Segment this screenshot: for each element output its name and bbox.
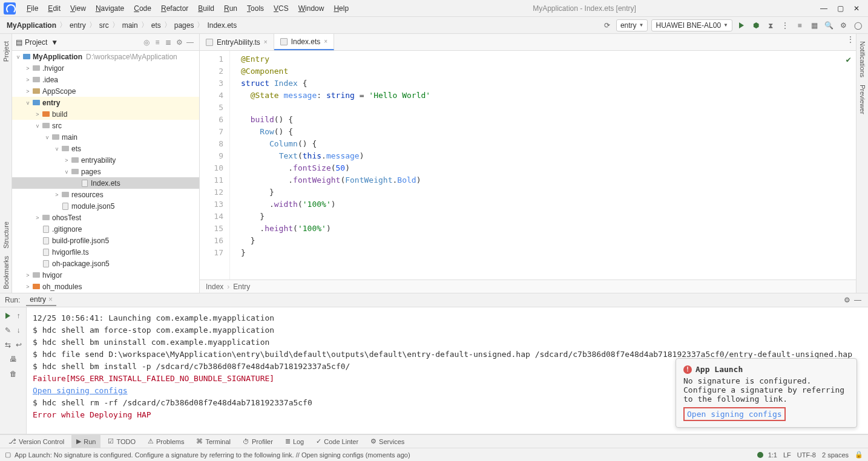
run-icon[interactable] — [736, 20, 747, 31]
code-editor[interactable]: 1234567891011121314151617 @Entry@Compone… — [200, 51, 856, 280]
sidebar-tab-structure[interactable]: Structure — [2, 218, 10, 252]
stop-icon[interactable]: ■ — [794, 20, 805, 31]
tree-item-AppScope[interactable]: >AppScope — [12, 85, 199, 97]
console-output[interactable]: 12/25 10:56:41: Launching com.example.my… — [27, 307, 868, 434]
tree-item-hvigorfile.ts[interactable]: hvigorfile.ts — [12, 246, 199, 258]
bottom-tab-profiler[interactable]: ⏱Profiler — [238, 435, 278, 448]
status-lock-icon[interactable]: 🔒 — [855, 451, 863, 459]
crumb-2[interactable]: src — [97, 21, 111, 30]
crumb-5[interactable]: pages — [173, 21, 196, 30]
tree-item-oh_modules[interactable]: >oh_modules — [12, 281, 199, 292]
menu-vcs[interactable]: VCS — [269, 4, 294, 13]
tree-item-module.json5[interactable]: module.json5 — [12, 200, 199, 212]
editor-more-icon[interactable]: ⋮ — [845, 34, 856, 45]
bottom-tab-code-linter[interactable]: ✓Code Linter — [311, 435, 363, 448]
tree-item-.hvigor[interactable]: >.hvigor — [12, 62, 199, 74]
breadcrumb[interactable]: MyApplication〉entry〉src〉main〉ets〉pages〉I… — [5, 20, 238, 30]
tree-item-build[interactable]: >build — [12, 108, 199, 120]
bottom-tab-todo[interactable]: ☑TODO — [103, 435, 140, 448]
down-icon[interactable]: ↓ — [14, 325, 24, 335]
sidebar-tab-previewer[interactable]: Previewer — [859, 81, 866, 118]
tree-item-ets[interactable]: vets — [12, 143, 199, 154]
bottom-tab-services[interactable]: ⚙Services — [366, 435, 409, 448]
tree-item-src[interactable]: vsrc — [12, 120, 199, 131]
bottom-tab-run[interactable]: ▶Run — [71, 435, 100, 448]
run-config-combo[interactable]: entry▼ — [616, 19, 648, 31]
sidebar-tab-project[interactable]: Project — [2, 38, 10, 65]
code-crumb-1[interactable]: Entry — [233, 283, 250, 291]
panel-view-combo[interactable]: ▼ — [51, 38, 58, 47]
menu-edit[interactable]: Edit — [43, 4, 65, 13]
menu-build[interactable]: Build — [193, 4, 219, 13]
menu-help[interactable]: Help — [329, 4, 353, 13]
tree-item-pages[interactable]: vpages — [12, 166, 199, 177]
tree-item-entryability[interactable]: >entryability — [12, 154, 199, 166]
tree-item-oh-package.json5[interactable]: oh-package.json5 — [12, 258, 199, 269]
project-tree[interactable]: vMyApplicationD:\workspace\MyApplication… — [12, 51, 199, 293]
tree-item-Index.ets[interactable]: Index.ets — [12, 177, 199, 189]
expand-icon[interactable]: ≡ — [152, 37, 163, 48]
up-icon[interactable]: ↑ — [14, 311, 24, 321]
tree-item-entry[interactable]: ventry — [12, 97, 199, 108]
crumb-0[interactable]: MyApplication — [5, 21, 58, 30]
device-combo[interactable]: HUAWEI BNE-AL00▼ — [651, 19, 732, 31]
panel-gear-icon[interactable]: ⚙ — [174, 37, 185, 48]
minimize-icon[interactable]: — — [820, 4, 827, 13]
tree-item-hvigor[interactable]: >hvigor — [12, 269, 199, 281]
maximize-icon[interactable]: ▢ — [837, 4, 844, 13]
bottom-tab-version-control[interactable]: ⎇Version Control — [4, 435, 69, 448]
popup-link[interactable]: Open signing configs — [683, 407, 786, 421]
avatar-icon[interactable]: ◯ — [852, 20, 863, 31]
code-crumb-0[interactable]: Index — [206, 283, 223, 291]
menu-run[interactable]: Run — [219, 4, 242, 13]
debug-icon[interactable]: ⬢ — [751, 20, 761, 31]
collapse-icon[interactable]: ≣ — [163, 37, 174, 48]
panel-hide-icon[interactable]: — — [185, 37, 196, 48]
search-icon[interactable]: 🔍 — [823, 20, 834, 31]
run-hide-icon[interactable]: — — [852, 295, 863, 306]
tree-root[interactable]: vMyApplicationD:\workspace\MyApplication — [12, 51, 199, 62]
tree-item-build-profile.json5[interactable]: build-profile.json5 — [12, 235, 199, 246]
crumb-3[interactable]: main — [120, 21, 140, 30]
layout-toggle-icon[interactable]: ⇆ — [3, 340, 13, 350]
bottom-tab-problems[interactable]: ⚠Problems — [143, 435, 189, 448]
target-icon[interactable]: ◎ — [141, 37, 152, 48]
tree-item-main[interactable]: vmain — [12, 131, 199, 143]
menu-file[interactable]: File — [22, 4, 43, 13]
menu-navigate[interactable]: Navigate — [91, 4, 129, 13]
code-breadcrumb[interactable]: Index › Entry — [200, 280, 856, 293]
crumb-6[interactable]: Index.ets — [205, 21, 238, 30]
menu-view[interactable]: View — [65, 4, 91, 13]
editor-tab-Index.ets[interactable]: Index.ets× — [274, 34, 335, 50]
menu-tools[interactable]: Tools — [242, 4, 269, 13]
bottom-tab-terminal[interactable]: ⌘Terminal — [191, 435, 235, 448]
sidebar-tab-notifications[interactable]: Notifications — [859, 38, 866, 81]
tree-item-.idea[interactable]: >.idea — [12, 74, 199, 85]
layout-icon[interactable]: ▦ — [809, 20, 820, 31]
close-icon[interactable]: ✕ — [853, 4, 860, 13]
run-tab-close-icon[interactable]: × — [48, 295, 53, 304]
sidebar-tab-bookmarks[interactable]: Bookmarks — [2, 252, 10, 293]
status-caret[interactable]: 1:1 — [768, 451, 777, 459]
editor-tab-EntryAbility.ts[interactable]: EntryAbility.ts× — [200, 34, 274, 50]
code-content[interactable]: @Entry@Componentstruct Index { @State me… — [230, 51, 856, 280]
sync-icon[interactable]: ⟳ — [602, 20, 613, 31]
status-indent[interactable]: 2 spaces — [822, 451, 849, 459]
menu-refactor[interactable]: Refactor — [156, 4, 193, 13]
stop-icon[interactable]: ✎ — [3, 325, 13, 335]
tree-item-ohosTest[interactable]: >ohosTest — [12, 212, 199, 223]
crumb-4[interactable]: ets — [150, 21, 163, 30]
tree-item-resources[interactable]: >resources — [12, 189, 199, 200]
run-gear-icon[interactable]: ⚙ — [841, 295, 852, 306]
status-lf[interactable]: LF — [783, 451, 791, 459]
rerun-icon[interactable] — [3, 311, 13, 321]
tree-item-.gitignore[interactable]: .gitignore — [12, 223, 199, 235]
bottom-tab-log[interactable]: ≣Log — [280, 435, 309, 448]
print-icon[interactable]: 🖶 — [8, 355, 18, 364]
trash-icon[interactable]: 🗑 — [8, 369, 18, 379]
menu-code[interactable]: Code — [129, 4, 156, 13]
crumb-1[interactable]: entry — [68, 21, 88, 30]
status-encoding[interactable]: UTF-8 — [797, 451, 816, 459]
wrap-icon[interactable]: ↩ — [14, 340, 24, 350]
attach-icon[interactable]: ⋮ — [780, 20, 791, 31]
